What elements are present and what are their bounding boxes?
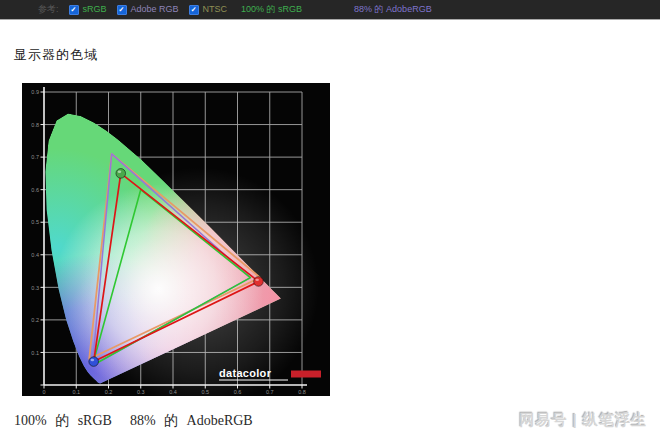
- gamut-chart: 00.10.20.30.40.50.60.70.80.10.20.30.40.5…: [22, 83, 330, 396]
- checkbox-checked-icon[interactable]: ✓: [117, 5, 127, 15]
- checkbox-checked-icon[interactable]: ✓: [189, 5, 199, 15]
- svg-text:0.5: 0.5: [31, 219, 39, 225]
- svg-text:0.2: 0.2: [31, 317, 39, 323]
- watermark: 网易号 | 纵笔浮生: [519, 411, 647, 430]
- checkbox-checked-icon[interactable]: ✓: [69, 5, 79, 15]
- checkbox-adobergb[interactable]: ✓ Adobe RGB: [117, 0, 179, 19]
- svg-text:0.6: 0.6: [234, 389, 242, 395]
- caption-srgb: 100% 的 sRGB: [14, 412, 112, 430]
- svg-text:0.9: 0.9: [31, 89, 39, 95]
- caption-adobergb: 88% 的 AdobeRGB: [130, 412, 253, 430]
- svg-text:0.7: 0.7: [266, 389, 274, 395]
- svg-text:0.5: 0.5: [201, 389, 209, 395]
- svg-text:0.3: 0.3: [137, 389, 145, 395]
- coverage-caption: 100% 的 sRGB 88% 的 AdobeRGB: [14, 412, 253, 430]
- svg-text:0.6: 0.6: [31, 187, 39, 193]
- page-title: 显示器的色域: [14, 46, 98, 64]
- checkbox-srgb-label: sRGB: [83, 0, 107, 19]
- svg-text:0.3: 0.3: [31, 285, 39, 291]
- svg-text:0.2: 0.2: [105, 389, 113, 395]
- adobergb-coverage-stat: 88% 的 AdobeRGB: [354, 0, 432, 19]
- svg-text:0.8: 0.8: [298, 389, 306, 395]
- svg-text:datacolor: datacolor: [219, 367, 272, 379]
- svg-text:0.1: 0.1: [72, 389, 80, 395]
- srgb-coverage-stat: 100% 的 sRGB: [241, 0, 302, 19]
- cie-chromaticity-diagram: 00.10.20.30.40.50.60.70.80.10.20.30.40.5…: [22, 83, 330, 396]
- svg-text:0.4: 0.4: [31, 252, 39, 258]
- toolbar: 参考: ✓ sRGB ✓ Adobe RGB ✓ NTSC 100% 的 sRG…: [0, 0, 660, 20]
- svg-text:0: 0: [42, 389, 45, 395]
- svg-text:0.8: 0.8: [31, 122, 39, 128]
- checkbox-srgb[interactable]: ✓ sRGB: [69, 0, 107, 19]
- checkbox-ntsc[interactable]: ✓ NTSC: [189, 0, 228, 19]
- checkbox-ntsc-label: NTSC: [203, 0, 228, 19]
- checkbox-adobergb-label: Adobe RGB: [131, 0, 179, 19]
- svg-text:0.7: 0.7: [31, 154, 39, 160]
- primary-marker-0: [254, 277, 264, 287]
- reference-label: 参考:: [38, 0, 59, 19]
- svg-text:0.4: 0.4: [169, 389, 177, 395]
- svg-text:0.1: 0.1: [31, 350, 39, 356]
- primary-marker-1: [116, 169, 126, 179]
- primary-marker-2: [89, 357, 99, 367]
- datacolor-logo: datacolor: [219, 367, 321, 380]
